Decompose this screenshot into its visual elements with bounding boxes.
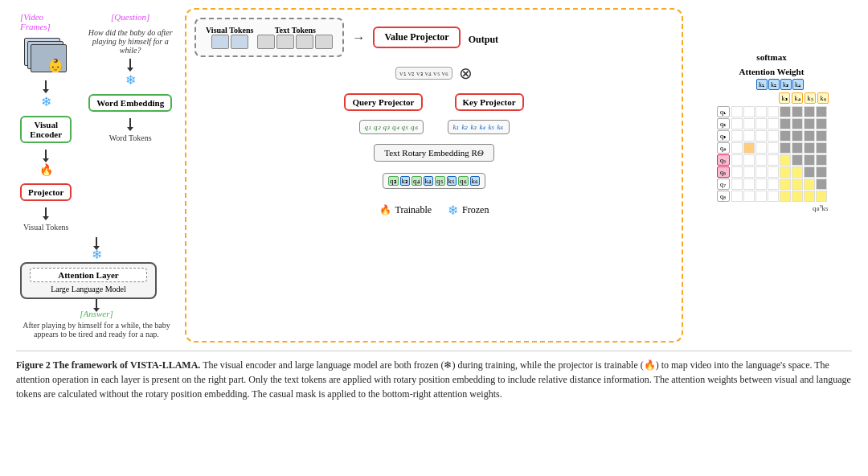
g-4-5 [780, 142, 791, 154]
g-3-2 [743, 130, 755, 142]
g-4-6 [792, 142, 803, 154]
v2: v₂ [408, 69, 416, 77]
g-6-6 [792, 166, 803, 178]
g-1-2 [743, 106, 755, 117]
g-2-3 [755, 118, 767, 129]
g-8-7 [804, 191, 815, 202]
q3: q₃ [383, 123, 391, 131]
g-5-1 [731, 154, 743, 166]
q5-label: q₅ [717, 154, 730, 166]
g-3-4 [768, 130, 779, 142]
q6-label: q₆ [717, 166, 730, 178]
g-8-2 [743, 191, 755, 202]
q4-label: q₄ [717, 142, 730, 154]
q8-label: q₈ [717, 191, 730, 202]
attention-matrix [731, 106, 827, 202]
visual-token-1 [211, 35, 229, 49]
baby-image: 👶 [38, 51, 74, 80]
tokens-row: Visual Tokens Text Tokens [206, 26, 333, 49]
question-tag: [Question] [111, 12, 149, 22]
projector-box: Projector [20, 183, 72, 201]
q3-label: q₃ [717, 130, 730, 142]
g-6-3 [755, 166, 767, 178]
g-8-5 [780, 191, 791, 202]
arrow-4 [129, 59, 131, 68]
caption-text: Figure 2 The framework of VISTA-LLAMA. T… [16, 358, 852, 401]
attention-weight-area: Attention Weight k₁ k₂ k₃ k₄ k₃ k₄ k₅ k₆… [714, 67, 829, 212]
arrow-7 [96, 299, 97, 309]
k6: k₆ [497, 123, 504, 131]
g-2-5 [780, 118, 791, 129]
g-1-8 [816, 106, 827, 117]
g-1-7 [804, 106, 815, 117]
visual-token-cells [211, 35, 248, 49]
text-tokens-label: Text Tokens [275, 26, 316, 35]
g-1-3 [755, 106, 767, 117]
k5: k₅ [489, 123, 495, 131]
answer-text: After playing by himself for a while, th… [20, 321, 173, 339]
snowflake-icon-1: ❄ [41, 94, 51, 109]
g-7-6 [792, 178, 803, 190]
g-6-8 [816, 166, 827, 178]
q2-label: q₂ [717, 118, 730, 129]
text-token-4 [315, 35, 333, 49]
g-5-4 [768, 154, 779, 166]
k2: k₂ [462, 123, 469, 131]
g-3-6 [792, 130, 803, 142]
k4: k₄ [480, 123, 486, 131]
left-section: [Video Frames] 👶 ❄ Visual Encoder 🔥 Proj… [16, 8, 177, 343]
v6: v₆ [442, 69, 449, 77]
g-3-3 [755, 130, 767, 142]
k-side-labels: k₃ k₄ k₅ k₆ [779, 92, 829, 104]
rotary-label: Text Rotary Embedding R [384, 148, 477, 158]
g-2-6 [792, 118, 803, 129]
g-7-1 [731, 178, 743, 190]
video-column: [Video Frames] 👶 ❄ Visual Encoder 🔥 Proj… [20, 12, 72, 233]
word-embedding-box: Word Embedding [88, 94, 172, 112]
g-8-8 [816, 191, 827, 202]
g-4-3 [755, 142, 767, 154]
g-2-4 [768, 118, 779, 129]
k4-top: k₄ [792, 79, 804, 90]
softmax-label: softmax [756, 52, 786, 62]
projectors-row: Query Projector Key Projector [194, 91, 674, 113]
v3: v₃ [416, 69, 424, 77]
llm-label: Large Language Model [30, 285, 147, 293]
text-token-3 [296, 35, 313, 49]
mixed-sequence-box: q₃ k₃ q₄ k₄ q₅ k₅ q₆ k₆ [383, 173, 485, 189]
attention-grid-area: q₁ q₂ q₃ q₄ q₅ q₆ q₇ q₈ [717, 106, 827, 202]
mq4: q₄ [411, 176, 422, 186]
query-projector-box: Query Projector [344, 93, 422, 111]
g-3-5 [780, 130, 791, 142]
snowflake-icon-2: ❄ [125, 72, 136, 88]
attention-section: softmax Attention Weight k₁ k₂ k₃ k₄ k₃ … [691, 8, 852, 343]
g-7-7 [804, 178, 815, 190]
k6-side: k₆ [817, 92, 829, 104]
value-projector-box: Value Projector [373, 27, 460, 48]
k2-top: k₂ [768, 79, 780, 90]
q2: q₂ [374, 123, 381, 131]
mq5: q₅ [435, 176, 445, 186]
k4-side: k₄ [792, 92, 803, 104]
legend-row: 🔥 Trainable ❄ Frozen [194, 203, 674, 218]
g-3-8 [816, 130, 827, 142]
llm-box: Attention Layer Large Language Model [20, 262, 157, 299]
caption-bold-text: The framework of VISTA-LLAMA. [53, 359, 201, 371]
visual-token-2 [231, 35, 248, 49]
caption-area: Figure 2 The framework of VISTA-LLAMA. T… [16, 351, 852, 401]
g-3-1 [731, 130, 743, 142]
attention-layer-label: Attention Layer [30, 268, 147, 282]
k3: k₃ [471, 123, 477, 131]
g-6-4 [768, 166, 779, 178]
v5: v₅ [433, 69, 440, 77]
video-frame-3: 👶 [31, 44, 67, 72]
q6: q₆ [411, 123, 418, 131]
arrow-right-1: → [352, 31, 365, 45]
mk3: k₃ [400, 176, 411, 186]
text-token-cells [257, 35, 333, 49]
g-2-2 [743, 118, 755, 129]
g-1-4 [768, 106, 779, 117]
mixed-sequence-container: q₃ k₃ q₄ k₄ q₅ k₅ q₆ k₆ [194, 170, 674, 192]
g-6-5 [780, 166, 791, 178]
q-labels-col: q₁ q₂ q₃ q₄ q₅ q₆ q₇ q₈ [717, 106, 730, 202]
